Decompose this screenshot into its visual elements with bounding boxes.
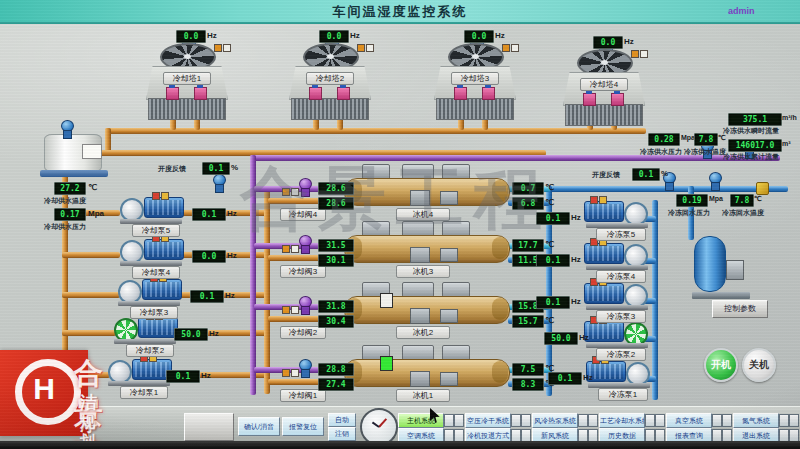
chilled-supply-temp-display: 7.8 (694, 133, 718, 146)
chilled-supply-total-label: 冷冻供水累计流量 (723, 152, 779, 162)
start-button[interactable]: 开机 (704, 348, 738, 382)
pump-label: 冷却泵3 (130, 306, 178, 319)
tower-fill (148, 98, 226, 120)
tower-valve-icon[interactable] (583, 93, 596, 106)
pressure-unit: Mpa (88, 209, 104, 218)
tower-valve-icon[interactable] (482, 87, 495, 100)
cooling-tower-2[interactable]: 0.0 Hz 冷却塔2 (283, 30, 375, 130)
chilled-supply-pressure-display: 0.28 (648, 133, 680, 146)
pump-motor (584, 283, 624, 304)
cooling-pump-2[interactable] (112, 316, 178, 344)
nav-nitrogen[interactable]: 氮气系统 (733, 413, 779, 428)
hz-unit: Hz (350, 31, 360, 40)
tower-fill (565, 104, 643, 126)
pump-label: 冷却泵2 (126, 344, 174, 357)
nav-vacuum[interactable]: 真空系统 (666, 413, 712, 428)
cooling-pump-3[interactable] (116, 278, 182, 306)
cooling-pump-4[interactable] (118, 238, 184, 266)
hz-unit: Hz (495, 31, 505, 40)
blank-button[interactable] (184, 413, 234, 441)
tower-valve-icon[interactable] (166, 87, 179, 100)
valve-feedback-label: 开度反馈 (592, 170, 620, 180)
stop-button[interactable]: 关机 (742, 348, 776, 382)
tank-level-readout (82, 144, 102, 159)
cooling-supply-temp-display: 27.2 (54, 182, 86, 195)
tower-valve-icon[interactable] (309, 87, 322, 100)
cooling-valve-1-icon[interactable] (298, 359, 311, 377)
nav-indicator (511, 414, 521, 427)
status-indicator (152, 192, 169, 200)
cooling-valve-4-icon[interactable] (298, 178, 311, 196)
status-indicator (282, 306, 299, 314)
ack-mute-button[interactable]: 确认/消音 (238, 417, 280, 436)
control-valve-icon[interactable] (212, 174, 225, 192)
chiller-label: 冰机3 (396, 265, 450, 278)
auto-button[interactable]: 自动 (328, 413, 356, 427)
tower-hz-display: 0.0 (176, 30, 206, 43)
nav-indicator (578, 414, 588, 427)
tower-valve-icon[interactable] (337, 87, 350, 100)
temp-unit: ℃ (718, 134, 726, 142)
pump-hz-display: 0.1 (192, 208, 226, 221)
pipe (62, 292, 120, 298)
tower-valve-icon[interactable] (454, 87, 467, 100)
temp-unit: ℃ (545, 316, 554, 325)
tower-valve-icon[interactable] (194, 87, 207, 100)
chiller-1[interactable] (344, 345, 508, 391)
cooling-tower-3[interactable]: 0.0 Hz 冷却塔3 (428, 30, 520, 130)
hz-unit: Hz (209, 329, 219, 338)
chiller-panel (410, 247, 430, 263)
manual-valve-icon[interactable] (756, 182, 769, 195)
pump-hz-display: 50.0 (174, 328, 208, 341)
cooling-water-tank[interactable] (40, 122, 110, 178)
tank-valve-icon[interactable] (60, 120, 73, 138)
nav-heat-pump[interactable]: 风冷热泵系统 (532, 413, 578, 428)
cooling-valve-2-icon[interactable] (298, 296, 311, 314)
nav-process-cooling[interactable]: 工艺冷却水系统 (599, 413, 645, 428)
logout-button[interactable]: 注销 (328, 427, 356, 441)
pump-label: 冷冻泵1 (598, 388, 648, 401)
alarm-reset-button[interactable]: 报警复位 (282, 417, 324, 436)
temp-unit: ℃ (545, 240, 554, 249)
flow-unit: m³/h (782, 114, 797, 121)
nav-air-compressor[interactable]: 空压冷干系统 (465, 413, 511, 428)
chiller-4[interactable] (344, 164, 508, 210)
control-params-button[interactable]: 控制参数 (712, 300, 768, 318)
chiller-2[interactable] (344, 282, 508, 328)
pump-label: 冷却泵5 (132, 224, 180, 237)
cooling-pump-1[interactable] (106, 358, 172, 386)
clock-hour-hand (372, 422, 380, 428)
nav-indicator (521, 414, 531, 427)
chilled-pump-2[interactable] (584, 320, 650, 348)
temp-unit: ℃ (754, 195, 762, 203)
chilled-pump-1[interactable] (586, 360, 652, 388)
chilled-pump-4[interactable] (584, 242, 650, 270)
cooling-tower-4[interactable]: 0.0 Hz 冷却塔4 (557, 36, 649, 136)
expansion-tank (692, 234, 752, 300)
chiller-panel (440, 191, 458, 205)
pressure-unit: Mpa (709, 195, 723, 202)
pressure-unit: Mpa (681, 134, 695, 141)
hz-unit: Hz (624, 37, 634, 46)
nav-indicator (655, 414, 665, 427)
chilled-pump-5[interactable] (584, 200, 650, 228)
chiller-panel (440, 372, 458, 386)
nav-indicator (444, 414, 454, 427)
expansion-tank-controller (726, 260, 744, 280)
chiller-in-temp-display: 31.5 (318, 239, 354, 252)
pump-label: 冷冻泵2 (596, 348, 646, 361)
nav-indicator (645, 414, 655, 427)
pump-hz-display: 0.1 (536, 254, 570, 267)
pump-hz-display: 0.1 (190, 290, 224, 303)
pump-motor (144, 197, 184, 218)
chiller-in-temp-display: 30.4 (318, 315, 354, 328)
nav-indicator (779, 414, 789, 427)
tower-label: 冷却塔1 (163, 72, 211, 85)
cooling-pump-5[interactable] (118, 196, 184, 224)
cooling-tower-1[interactable]: 0.0 Hz 冷却塔1 (140, 30, 232, 130)
cooling-valve-3-icon[interactable] (298, 235, 311, 253)
chiller-in-temp-display: 28.6 (318, 182, 354, 195)
chiller-3[interactable] (344, 221, 508, 267)
chilled-pump-3[interactable] (584, 282, 650, 310)
tower-valve-icon[interactable] (611, 93, 624, 106)
